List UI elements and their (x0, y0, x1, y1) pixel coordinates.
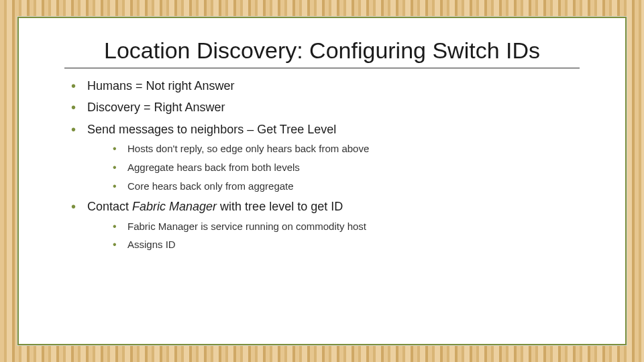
wood-background: Location Discovery: Configuring Switch I… (0, 0, 644, 362)
sub-list-item: Assigns ID (113, 237, 592, 252)
list-item-text-pre: Contact (87, 200, 132, 213)
list-item: Contact Fabric Manager with tree level t… (71, 198, 592, 252)
sub-list-item: Fabric Manager is service running on com… (113, 219, 592, 234)
list-item-text-post: with tree level to get ID (217, 200, 343, 213)
list-item-text: Send messages to neighbors – Get Tree Le… (87, 123, 336, 136)
sub-list-item: Aggregate hears back from both levels (113, 160, 592, 175)
title-divider (64, 68, 580, 68)
list-item-text-em: Fabric Manager (132, 200, 217, 213)
slide-title: Location Discovery: Configuring Switch I… (67, 37, 577, 64)
sub-list: Hosts don't reply, so edge only hears ba… (113, 141, 592, 193)
sub-list-item: Core hears back only from aggregate (113, 179, 592, 194)
sub-list: Fabric Manager is service running on com… (113, 219, 592, 253)
list-item: Discovery = Right Answer (71, 99, 592, 115)
slide-card: Location Discovery: Configuring Switch I… (17, 17, 627, 345)
list-item: Send messages to neighbors – Get Tree Le… (71, 121, 592, 194)
list-item: Humans = Not right Answer (71, 78, 592, 94)
sub-list-item: Hosts don't reply, so edge only hears ba… (113, 141, 592, 156)
bullet-list: Humans = Not right Answer Discovery = Ri… (71, 78, 592, 252)
